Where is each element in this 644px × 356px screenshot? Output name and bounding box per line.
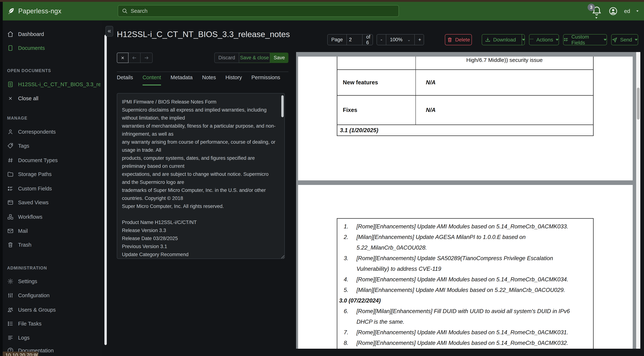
sidebar-item-label: Trash (18, 242, 32, 248)
sidebar-item-custom-fields[interactable]: Custom Fields (7, 184, 100, 193)
zoom-in-button[interactable]: + (415, 34, 424, 45)
pdf-list-text: [Milan][Enhancements] Update AGESA Milan… (356, 232, 593, 242)
sidebar-scrollbar[interactable] (104, 35, 107, 345)
sidebar-item-configuration[interactable]: Configuration (7, 291, 100, 300)
sidebar-close-all[interactable]: Close all (7, 94, 100, 103)
sidebar-item-logs[interactable]: Logs (7, 333, 100, 342)
tab-metadata[interactable]: Metadata (170, 74, 192, 86)
zoom-out-button[interactable]: - (377, 34, 386, 45)
pdf-list-number: 8. (344, 338, 348, 348)
sidebar-item-workflows[interactable]: Workflows (7, 212, 100, 221)
tab-history[interactable]: History (226, 74, 242, 86)
sidebar-item-documents[interactable]: Documents (7, 44, 100, 52)
close-document-button[interactable] (117, 52, 128, 63)
document-text-icon (7, 81, 14, 88)
pdf-list-text: 5.22_MilanCrb_0ACOU028. (356, 242, 593, 253)
sidebar-item-settings[interactable]: Settings (7, 277, 100, 286)
sidebar-item-label: Documents (18, 45, 45, 51)
textarea-scrollbar[interactable] (281, 95, 284, 117)
save-button[interactable]: Save (270, 52, 288, 63)
pdf-list-line: 3.[Rome][Enhancements] Update SA50289(Ti… (337, 253, 593, 264)
zoom-level-select[interactable]: 100% ⌄ (386, 34, 415, 45)
people-icon (7, 306, 14, 313)
arrow-right-icon (144, 55, 149, 60)
sidebar-item-label: Tags (18, 143, 29, 149)
trash-icon (7, 242, 14, 248)
chevrons-left-icon (107, 29, 112, 34)
custom-fields-label: Custom Fields (571, 34, 601, 46)
notifications-button[interactable]: 3 (591, 5, 602, 18)
pdf-list-line: DHCP is the same. (337, 316, 593, 327)
sidebar-item-dashboard[interactable]: Dashboard (7, 30, 100, 38)
home-icon (7, 31, 14, 38)
pdf-list-number: 3. (344, 253, 348, 264)
window-left-edge (0, 2, 3, 356)
download-label: Download (493, 37, 516, 43)
search-input[interactable] (131, 8, 395, 14)
pdf-list-number: 9. (344, 348, 348, 349)
paperless-feather-logo-icon (7, 7, 15, 15)
sidebar-item-correspondents[interactable]: Correspondents (7, 128, 100, 136)
sidebar-item-users-groups[interactable]: Users & Groups (7, 306, 100, 314)
pdf-release-list: 1.[Rome][Enhancements] Update AMI Module… (337, 218, 594, 349)
pdf-list-line: 4.[Rome][Enhancements] Update AMI Module… (337, 274, 593, 285)
user-menu-chevron-icon[interactable] (636, 10, 638, 12)
pdf-list-line: 5.22_MilanCrb_0ACOU028. (337, 242, 593, 253)
pdf-list-text: Vulnerability) to address CVE-119 (356, 264, 593, 274)
app-window: Paperless-ngx 3 ed (0, 0, 644, 356)
username[interactable]: ed (624, 8, 630, 14)
tab-content[interactable]: Content (142, 74, 161, 86)
previous-document-button[interactable] (128, 52, 140, 63)
global-search[interactable] (118, 5, 399, 17)
brand[interactable]: Paperless-ngx (7, 7, 109, 15)
save-button-group: Discard Save & close Save (214, 52, 288, 63)
content-textarea[interactable]: IPMI Firmware / BIOS Release Notes Form … (117, 93, 285, 259)
pdf-list-number: 6. (344, 306, 348, 316)
document-icon (7, 45, 14, 51)
open-documents-header: OPEN DOCUMENTS (7, 68, 51, 73)
actions-button[interactable]: Actions (529, 34, 559, 45)
send-label: Send (620, 37, 632, 43)
pdf-list-text: [Rome][Enhancements] Update AMI Modules … (356, 327, 593, 338)
pdf-scrollbar-thumb[interactable] (637, 88, 640, 120)
delete-button[interactable]: Delete (445, 34, 472, 45)
pdf-list-text: [Rome][Milan][Enhancements] For UsbBus.c… (356, 348, 593, 349)
collapse-sidebar-button[interactable] (106, 26, 113, 36)
sidebar-item-label: Workflows (18, 214, 42, 220)
custom-fields-button[interactable]: Custom Fields (563, 34, 607, 45)
send-icon (612, 37, 618, 43)
download-main-button[interactable]: Download (482, 34, 519, 45)
page-control-group: Page of 6 (327, 34, 373, 45)
pdf-list-line: 9.[Rome][Milan][Enhancements] For UsbBus… (337, 348, 593, 349)
pdf-scrollbar-track[interactable] (636, 52, 640, 349)
pdf-list-number: 7. (344, 327, 348, 338)
page-number-input[interactable] (349, 37, 360, 42)
tabs-divider (117, 72, 288, 72)
sidebar-item-tags[interactable]: Tags (7, 142, 100, 150)
download-options-button[interactable] (522, 34, 525, 45)
table-row: New features N/A (337, 70, 594, 96)
chevron-down-icon (604, 39, 606, 41)
open-document-label: H12SSL-i_C_CT_NT_BIOS_3.3_rel... (18, 82, 100, 88)
sidebar-item-trash[interactable]: Trash (7, 240, 100, 249)
sidebar-open-document[interactable]: H12SSL-i_C_CT_NT_BIOS_3.3_rel... (7, 80, 100, 89)
sidebar-item-file-tasks[interactable]: File Tasks (7, 319, 100, 328)
notification-count-badge: 3 (588, 4, 595, 11)
save-and-close-button[interactable]: Save & close (239, 52, 270, 63)
pdf-list-text: [Rome][Enhancements] Update AMI Modules … (356, 221, 593, 232)
next-document-button[interactable] (140, 52, 152, 63)
discard-button[interactable]: Discard (214, 52, 239, 63)
user-avatar-icon[interactable] (608, 6, 618, 16)
actions-label: Actions (536, 37, 553, 43)
send-button[interactable]: Send (611, 34, 638, 45)
tab-details[interactable]: Details (117, 74, 133, 86)
tab-notes[interactable]: Notes (202, 74, 216, 86)
sidebar-item-storage-paths[interactable]: Storage Paths (7, 170, 100, 178)
sidebar-item-saved-views[interactable]: Saved Views (7, 198, 100, 207)
window-icon (7, 199, 14, 206)
tab-permissions[interactable]: Permissions (251, 74, 280, 86)
manage-header: MANAGE (7, 116, 28, 121)
link-status-bar: 10.10.20.70:8000 (3, 352, 38, 356)
sidebar-item-document-types[interactable]: Document Types (7, 156, 100, 165)
sidebar-item-mail[interactable]: Mail (7, 226, 100, 235)
